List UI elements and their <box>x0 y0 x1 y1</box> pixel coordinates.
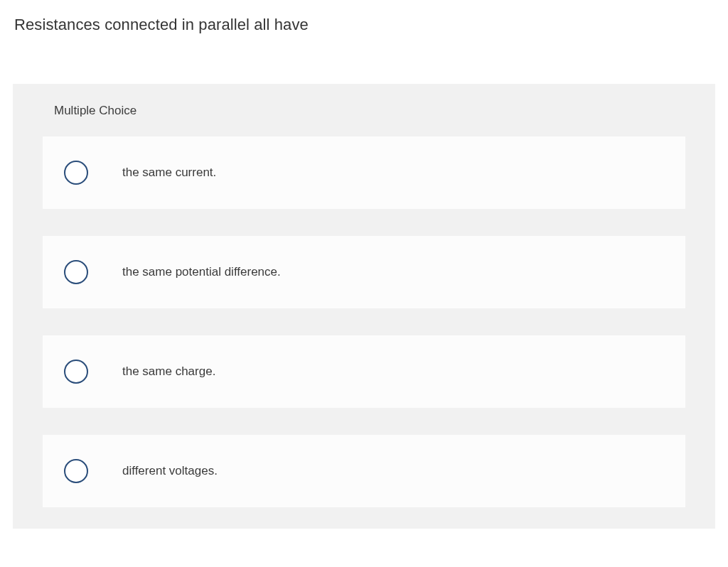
option-2[interactable]: the same charge. <box>43 335 685 408</box>
option-label: the same current. <box>122 166 216 180</box>
option-0[interactable]: the same current. <box>43 136 685 209</box>
options-list: the same current. the same potential dif… <box>13 136 715 507</box>
section-label: Multiple Choice <box>13 84 715 136</box>
question-text: Resistances connected in parallel all ha… <box>0 0 728 34</box>
option-label: different voltages. <box>122 464 218 478</box>
option-3[interactable]: different voltages. <box>43 435 685 507</box>
radio-icon[interactable] <box>64 161 88 185</box>
multiple-choice-container: Multiple Choice the same current. the sa… <box>13 84 715 529</box>
radio-icon[interactable] <box>64 260 88 284</box>
option-label: the same charge. <box>122 364 215 379</box>
option-1[interactable]: the same potential difference. <box>43 236 685 308</box>
radio-icon[interactable] <box>64 360 88 384</box>
radio-icon[interactable] <box>64 459 88 483</box>
option-label: the same potential difference. <box>122 265 281 279</box>
